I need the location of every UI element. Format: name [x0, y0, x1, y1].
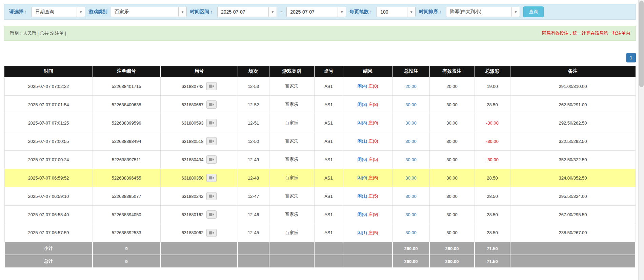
cell-round-id: 631880062 [160, 224, 238, 242]
cell-note: 267.00/295.50 [510, 205, 636, 224]
replay-video-button[interactable] [206, 119, 217, 127]
total-total-bet: 260.00 [393, 255, 429, 268]
cell-result: 闲(4) 庄(8) [343, 77, 393, 95]
query-button[interactable]: 查询 [523, 6, 544, 17]
replay-video-button[interactable] [206, 100, 217, 109]
total-bet-link[interactable]: 30.00 [405, 139, 417, 144]
query-type-label: 请选择： [9, 9, 28, 15]
cell-valid-bet: 30.00 [429, 95, 475, 114]
query-type-select[interactable]: 日期查询 ▼ [32, 7, 85, 17]
total-bet-link[interactable]: 30.00 [405, 120, 417, 126]
banker-result: 庄(6) [368, 175, 378, 180]
cell-note: 262.50/291.00 [510, 95, 636, 114]
cell-session: 12-49 [238, 150, 269, 169]
cell-result: 闲(0) 庄(6) [343, 169, 393, 187]
time-sort-value: 降幂(由大到小) [446, 9, 511, 15]
cell-bet-id: 522638401715 [93, 77, 160, 95]
cell-game-type: 百家乐 [269, 132, 314, 150]
cell-time: 2025-07-07 06:58:40 [4, 205, 93, 224]
subtotal-row: 小计 9 260.00 260.00 71.50 [4, 242, 636, 255]
cell-time: 2025-07-07 07:00:55 [4, 132, 93, 150]
cell-table-no: AS1 [314, 187, 343, 205]
round-id-value: 631880742 [181, 84, 203, 89]
cell-note: 292.50/262.50 [510, 114, 636, 132]
player-result: 闲(0) [357, 175, 367, 180]
header-session: 场次 [238, 66, 269, 77]
pagination: 1 [4, 53, 636, 62]
date-to-value: 2025-07-07 [287, 9, 338, 15]
replay-video-button[interactable] [206, 210, 217, 219]
cell-round-id: 631880518 [160, 132, 238, 150]
cell-game-type: 百家乐 [269, 95, 314, 114]
video-icon [209, 212, 214, 217]
round-id-value: 631880242 [181, 194, 203, 199]
replay-video-button[interactable] [206, 174, 217, 182]
date-from-picker[interactable]: 2025-07-07 ▼ [217, 7, 277, 17]
cell-payout: 28.50 [475, 95, 510, 114]
banker-result: 庄(5) [368, 157, 378, 162]
filter-bar: 请选择： 日期查询 ▼ 游戏类别 百家乐 ▼ 时间区间： 2025-07-07 … [4, 4, 636, 20]
video-icon [209, 157, 214, 162]
scrollbar-thumb[interactable] [639, 1, 644, 87]
cell-total-bet: 30.00 [393, 224, 429, 242]
replay-video-button[interactable] [206, 229, 217, 237]
total-bet-link[interactable]: 20.00 [405, 84, 417, 89]
page-size-select[interactable]: 100 ▼ [377, 7, 416, 17]
cell-round-id: 631880742 [160, 77, 238, 95]
total-bet-link[interactable]: 30.00 [405, 194, 417, 199]
replay-video-button[interactable] [206, 82, 217, 90]
cell-result: 闲(1) 庄(5) [343, 224, 393, 242]
video-icon [209, 84, 214, 88]
video-icon [209, 176, 214, 180]
round-id-value: 631880062 [181, 230, 203, 235]
cell-note: 352.50/322.50 [510, 150, 636, 169]
cell-result: 闲(6) 庄(5) [343, 150, 393, 169]
cell-table-no: AS1 [314, 224, 343, 242]
cell-session: 12-47 [238, 187, 269, 205]
video-icon [209, 231, 214, 235]
table-row: 2025-07-07 06:57:59 522638392533 6318800… [4, 224, 636, 242]
chevron-down-icon: ▼ [268, 7, 277, 17]
table-header: 时间 注单编号 局号 场次 游戏类别 桌号 结果 总投注 有效投注 总派彩 备注 [4, 66, 636, 77]
cell-valid-bet: 20.00 [429, 77, 475, 95]
total-bet-link[interactable]: 30.00 [405, 102, 417, 107]
page-1-button[interactable]: 1 [626, 53, 636, 62]
cell-payout: 28.50 [475, 205, 510, 224]
betting-records-page: 请选择： 日期查询 ▼ 游戏类别 百家乐 ▼ 时间区间： 2025-07-07 … [0, 0, 644, 268]
query-type-value: 日期查询 [32, 9, 77, 15]
cell-note: 295.50/324.00 [510, 187, 636, 205]
round-id-value: 631880434 [181, 157, 203, 162]
total-bet-link[interactable]: 30.00 [405, 157, 417, 162]
cell-time: 2025-07-07 07:02:22 [4, 77, 93, 95]
range-separator: ~ [280, 9, 283, 15]
cell-payout: 19.00 [475, 77, 510, 95]
cell-session: 12-46 [238, 205, 269, 224]
total-bet-link[interactable]: 30.00 [405, 212, 417, 217]
chevron-down-icon: ▼ [407, 7, 415, 17]
table-row: 2025-07-07 07:01:54 522638400638 6318806… [4, 95, 636, 114]
banker-result: 庄(5) [368, 193, 378, 199]
player-result: 闲(1) [357, 138, 367, 144]
replay-video-button[interactable] [206, 137, 217, 145]
replay-video-button[interactable] [206, 155, 217, 164]
header-total-bet: 总投注 [393, 66, 429, 77]
subtotal-count: 9 [93, 242, 160, 255]
date-to-picker[interactable]: 2025-07-07 ▼ [286, 7, 346, 17]
cell-bet-id: 522638398494 [93, 132, 160, 150]
cell-total-bet: 30.00 [393, 95, 429, 114]
video-icon [209, 121, 214, 125]
valid-bet-notice: 同局有效投注，统一计算在该局第一张注单内 [542, 30, 630, 36]
page-size-label: 每页笔数： [349, 9, 373, 15]
total-bet-link[interactable]: 30.00 [405, 175, 417, 181]
total-bet-link[interactable]: 30.00 [405, 230, 417, 235]
cell-valid-bet: 30.00 [429, 169, 475, 187]
table-row: 2025-07-07 06:59:52 522638396455 6318803… [4, 169, 636, 187]
replay-video-button[interactable] [206, 192, 217, 200]
cell-bet-id: 522638392533 [93, 224, 160, 242]
vertical-scrollbar[interactable] [638, 0, 644, 280]
subtotal-label: 小计 [4, 242, 93, 255]
cell-time: 2025-07-07 06:57:59 [4, 224, 93, 242]
game-type-select[interactable]: 百家乐 ▼ [111, 7, 187, 17]
cell-session: 12-51 [238, 114, 269, 132]
time-sort-select[interactable]: 降幂(由大到小) ▼ [446, 7, 520, 17]
